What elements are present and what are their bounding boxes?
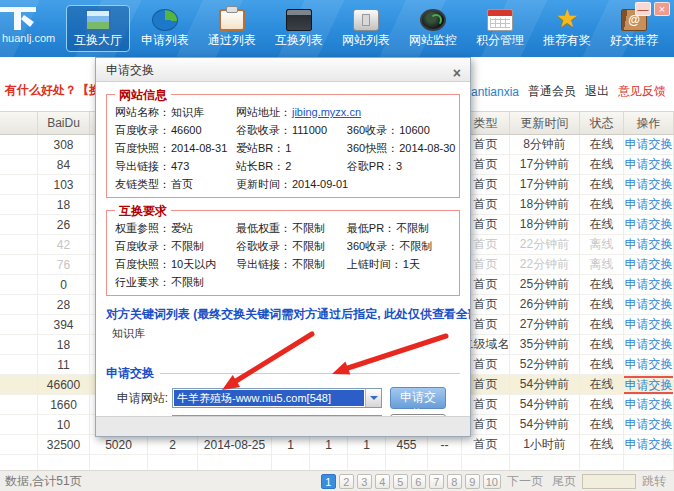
requirement-cell: 最低权重：不限制 (236, 219, 347, 237)
cell-site (0, 415, 38, 434)
cell-site (0, 215, 38, 234)
info-cell: 360快照：2014-08-30 (347, 139, 451, 157)
cell-site (0, 315, 38, 334)
toolbar-item[interactable]: 网站列表 (334, 5, 398, 52)
info-cell: 友链类型：首页 (115, 175, 236, 193)
feedback-link[interactable]: 意见反馈 (618, 83, 666, 100)
cell-baidu: 103 (38, 175, 90, 194)
cell-baidu: 18 (38, 335, 90, 354)
cell-updated: 17分钟前 (510, 175, 580, 194)
page-button[interactable]: 8 (447, 474, 462, 489)
page-button[interactable]: 3 (357, 474, 372, 489)
toolbar-items: 互换大厅 申请列表 通过列表 互换列表 (66, 5, 666, 52)
toolbar-item[interactable]: 申请列表 (133, 5, 197, 52)
cell-baidu: 394 (38, 315, 90, 334)
toolbar-item-label: 推荐有奖 (543, 33, 591, 47)
apply-exchange-link[interactable]: 申请交换 (624, 376, 674, 394)
apply-exchange-link[interactable]: 申请交换 (625, 136, 673, 153)
requirements-section: 互换要求 权重参照：爱站 最低权重：不限制 最低PR：不限制 百度收录：不限制 … (106, 210, 460, 296)
apply-exchange-link[interactable]: 申请交换 (625, 296, 673, 313)
toolbar-item-icon (487, 9, 513, 31)
cell-status: 在线 (580, 295, 624, 314)
info-cell: 谷歌PR：3 (347, 157, 451, 175)
cell-status: 在线 (580, 175, 624, 194)
toolbar-item-label: 网站监控 (409, 33, 457, 47)
toolbar-item-label: 互换列表 (275, 33, 323, 47)
apply-exchange-link[interactable]: 申请交换 (625, 336, 673, 353)
page-button[interactable]: 7 (429, 474, 444, 489)
cell-site (0, 195, 38, 214)
toolbar-item[interactable]: 积分管理 (468, 5, 532, 52)
cell-updated: 52分钟前 (510, 355, 580, 374)
cell-updated: 18分钟前 (510, 195, 580, 214)
apply-exchange-link[interactable]: 申请交换 (625, 356, 673, 373)
page-button[interactable]: 6 (411, 474, 426, 489)
cell-status: 离线 (580, 235, 624, 254)
logout-link[interactable]: 退出 (585, 83, 609, 100)
requirement-cell: 360收录：不限制 (347, 237, 451, 255)
apply-exchange-link[interactable]: 申请交换 (625, 216, 673, 233)
cell-baidu: 1660 (38, 395, 90, 414)
toolbar-item-label: 互换大厅 (74, 33, 122, 47)
next-page-link[interactable]: 下一页 (507, 473, 543, 490)
chevron-down-icon[interactable] (365, 389, 381, 407)
cell-status: 在线 (580, 315, 624, 334)
apply-exchange-button[interactable]: 申请交换 (390, 387, 446, 409)
requirement-label: 百度收录： (115, 240, 170, 252)
apply-exchange-link[interactable]: 申请交换 (625, 276, 673, 293)
apply-exchange-link[interactable]: 申请交换 (625, 176, 673, 193)
window-close-button[interactable]: × (654, 2, 670, 16)
cell-status: 在线 (580, 195, 624, 214)
info-label: 站长BR： (236, 160, 284, 172)
requirement-cell: 导出链接：不限制 (236, 255, 347, 273)
info-cell: 谷歌收录：111000 (236, 121, 347, 139)
page-button[interactable]: 4 (375, 474, 390, 489)
cell-site (0, 275, 38, 294)
page-jump-input[interactable] (582, 474, 636, 489)
toolbar-item-icon (152, 9, 178, 31)
apply-exchange-dialog: 申请交换 × 网站信息 网站名称：知识库 网站地址：jibing.myzx.cn… (95, 57, 471, 437)
apply-exchange-link[interactable]: 申请交换 (625, 436, 673, 453)
header-action: 操作 (624, 112, 674, 134)
header-baidu: BaiDu (38, 112, 90, 134)
apply-exchange-link[interactable]: 申请交换 (625, 416, 673, 433)
requirement-cell: 百度收录：不限制 (115, 237, 236, 255)
username-link[interactable]: liantianxia (466, 85, 519, 99)
table-row[interactable]: 32500 5020 2 2014-08-25 1 1 1 455 -- 首页 … (0, 435, 674, 455)
page-buttons: 1 2 3 4 5 6 7 8 9 10 (321, 474, 501, 489)
page-button[interactable]: 10 (483, 474, 501, 489)
page-jump-button[interactable]: 跳转 (642, 473, 666, 490)
page-button[interactable]: 5 (393, 474, 408, 489)
info-cell (347, 103, 451, 121)
cell-baidu: 28 (38, 295, 90, 314)
cell-status: 在线 (580, 435, 624, 454)
apply-exchange-link[interactable]: 申请交换 (625, 396, 673, 413)
record-summary: 数据,合计51页 (5, 473, 82, 490)
minimize-button[interactable]: — (635, 2, 651, 16)
toolbar-item[interactable]: 互换大厅 (66, 5, 130, 52)
apply-exchange-link[interactable]: 申请交换 (625, 196, 673, 213)
last-page-link[interactable]: 尾页 (552, 473, 576, 490)
apply-site-select[interactable]: 牛羊养殖场-www.niu5.com[548] (172, 388, 382, 408)
requirement-cell: 谷歌收录：不限制 (236, 237, 347, 255)
toolbar-item[interactable]: 网站监控 (401, 5, 465, 52)
cell-updated: 22分钟前 (510, 255, 580, 274)
apply-heading: 申请交换 (106, 365, 154, 382)
apply-exchange-link[interactable]: 申请交换 (625, 256, 673, 273)
toolbar-item[interactable]: 通过列表 (200, 5, 264, 52)
apply-exchange-link[interactable]: 申请交换 (625, 236, 673, 253)
apply-exchange-link[interactable]: 申请交换 (625, 156, 673, 173)
toolbar-item[interactable]: 推荐有奖 (535, 5, 599, 52)
info-label: 百度收录： (115, 124, 170, 136)
page-button[interactable]: 2 (339, 474, 354, 489)
requirement-value: 不限制 (292, 240, 325, 252)
info-cell: 百度收录：46600 (115, 121, 236, 139)
apply-exchange-link[interactable]: 申请交换 (625, 316, 673, 333)
info-cell: 网站地址：jibing.myzx.cn (236, 103, 347, 121)
toolbar-item[interactable]: 互换列表 (267, 5, 331, 52)
page-button[interactable]: 1 (321, 474, 336, 489)
header-updated: 更新时间 (510, 112, 580, 134)
requirement-label: 行业要求： (115, 276, 170, 288)
page-button[interactable]: 9 (465, 474, 480, 489)
keyword-list-item: 知识库 (106, 323, 460, 341)
